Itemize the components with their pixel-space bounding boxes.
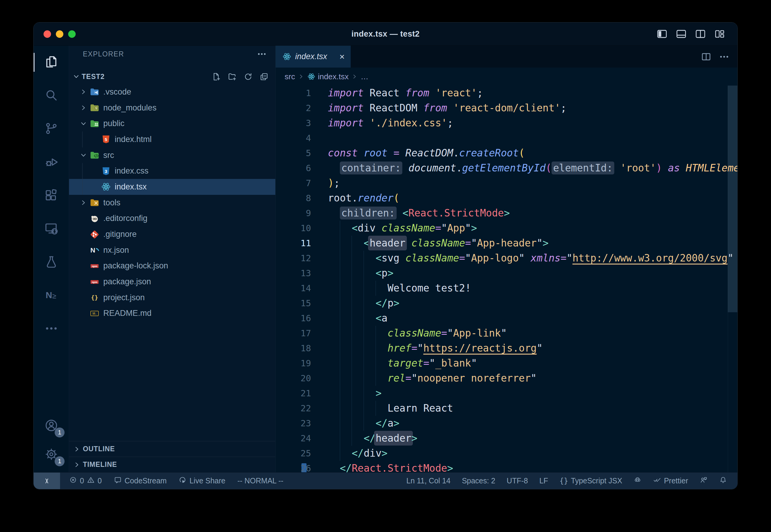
status-feedback[interactable]	[700, 476, 708, 486]
code-line-4[interactable]: 4	[276, 131, 737, 146]
activity-accounts[interactable]: 1	[34, 412, 69, 440]
chevron-right-icon[interactable]	[79, 198, 88, 207]
react-icon	[282, 52, 292, 61]
code-line-8[interactable]: 8root.render(	[276, 191, 737, 206]
tree-item-public[interactable]: public	[69, 116, 275, 131]
split-editor-icon[interactable]	[695, 28, 706, 40]
workspace-section-header[interactable]: TEST2	[69, 69, 275, 84]
code-line-13[interactable]: 13 <p>	[276, 266, 737, 281]
code-line-19[interactable]: 19 target="_blank"	[276, 356, 737, 371]
line-number: 23	[276, 416, 311, 431]
panel-outline[interactable]: OUTLINE	[69, 441, 275, 457]
code-line-20[interactable]: 20 rel="noopener noreferrer"	[276, 371, 737, 386]
code-editor[interactable]: 1import React from 'react';2import React…	[276, 86, 737, 472]
status-encoding[interactable]: UTF-8	[507, 476, 528, 485]
activity-extensions[interactable]	[34, 179, 69, 212]
zoom-window-button[interactable]	[68, 30, 76, 38]
activity-more[interactable]	[34, 312, 69, 346]
code-line-14[interactable]: 14 Welcome test2!	[276, 281, 737, 296]
code-line-25[interactable]: 25 </div>	[276, 446, 737, 461]
panel-timeline[interactable]: TIMELINE	[69, 457, 275, 472]
chevron-right-icon[interactable]	[79, 88, 88, 96]
tree-item-node-modules[interactable]: JSnode_modules	[69, 100, 275, 116]
tree-item-index-tsx[interactable]: index.tsx	[69, 179, 275, 195]
tree-item-package-json[interactable]: npmpackage.json	[69, 274, 275, 290]
tab-index-tsx[interactable]: index.tsx ×	[276, 46, 351, 68]
explorer-more-actions-icon[interactable]	[257, 49, 267, 59]
code-line-15[interactable]: 15 </p>	[276, 296, 737, 311]
tree-item-vscode[interactable]: .vscode	[69, 84, 275, 100]
window-title: index.tsx — test2	[34, 29, 737, 39]
tree-item-nx-json[interactable]: Nnx.json	[69, 242, 275, 258]
chevron-down-icon[interactable]	[79, 151, 88, 159]
status-copilot[interactable]	[633, 476, 642, 486]
activity-testing[interactable]	[34, 246, 69, 279]
tree-item-index-css[interactable]: 3index.css	[69, 163, 275, 179]
code-line-1[interactable]: 1import React from 'react';	[276, 86, 737, 101]
chevron-right-icon	[298, 73, 305, 80]
status-vim-mode[interactable]: -- NORMAL --	[237, 476, 283, 485]
new-folder-icon[interactable]	[228, 72, 237, 81]
tree-item-package-lock-json[interactable]: npmpackage-lock.json	[69, 258, 275, 274]
breadcrumb-item[interactable]: …	[361, 72, 368, 81]
status-live-share[interactable]: Live Share	[179, 476, 225, 486]
tree-item-readme-md[interactable]: M↓README.md	[69, 306, 275, 322]
chevron-right-icon[interactable]	[79, 104, 88, 112]
status-problems[interactable]: 00	[69, 476, 102, 486]
tree-item-src[interactable]: src	[69, 147, 275, 163]
minimize-window-button[interactable]	[56, 30, 63, 38]
tree-item-index-html[interactable]: 5index.html	[69, 131, 275, 147]
code-line-21[interactable]: 21 >	[276, 386, 737, 401]
code-line-12[interactable]: 12 <svg className="App-logo" xmlns="http…	[276, 251, 737, 266]
code-line-24[interactable]: 24 </header>	[276, 431, 737, 446]
status-prettier[interactable]: Prettier	[653, 476, 688, 486]
activity-explorer[interactable]	[34, 46, 69, 79]
code-line-6[interactable]: 6 container: document.getElementById(ele…	[276, 161, 737, 176]
code-line-2[interactable]: 2import ReactDOM from 'react-dom/client'…	[276, 101, 737, 116]
layout-sidebar-left-icon[interactable]	[656, 28, 668, 40]
code-line-5[interactable]: 5const root = ReactDOM.createRoot(	[276, 146, 737, 161]
activity-search[interactable]	[34, 79, 69, 112]
code-line-11[interactable]: 11 <header className="App-header">	[276, 236, 737, 251]
activity-run-debug[interactable]	[34, 146, 69, 179]
code-text: <svg className="App-logo" xmlns="http://…	[328, 251, 733, 266]
layout-grid-icon[interactable]	[714, 28, 725, 40]
status-indentation[interactable]: Spaces: 2	[462, 476, 495, 485]
tree-item-gitignore[interactable]: .gitignore	[69, 226, 275, 242]
code-line-10[interactable]: 10 <div className="App">	[276, 221, 737, 236]
code-line-22[interactable]: 22 Learn React	[276, 401, 737, 416]
status-notifications[interactable]	[719, 476, 727, 486]
refresh-icon[interactable]	[243, 72, 253, 81]
breadcrumb-item[interactable]: index.tsx	[307, 72, 349, 81]
code-line-7[interactable]: 7);	[276, 176, 737, 191]
chevron-down-icon[interactable]	[79, 119, 88, 128]
remote-indicator[interactable]	[34, 473, 60, 489]
breadcrumb-item[interactable]: src	[285, 72, 295, 81]
split-editor-small-icon[interactable]	[701, 51, 712, 62]
layout-panel-icon[interactable]	[676, 28, 687, 40]
code-line-9[interactable]: 9 children: <React.StrictMode>	[276, 206, 737, 221]
tree-item-editorconfig[interactable]: .editorconfig	[69, 211, 275, 227]
tree-item-project-json[interactable]: {}project.json	[69, 290, 275, 306]
ellipsis-icon[interactable]	[719, 51, 730, 62]
activity-remote-explorer[interactable]	[34, 212, 69, 246]
code-line-18[interactable]: 18 href="https://reactjs.org"	[276, 341, 737, 356]
new-file-icon[interactable]	[212, 72, 221, 81]
status-language-mode[interactable]: {}TypeScript JSX	[560, 476, 622, 485]
status-codestream[interactable]: CodeStream	[114, 476, 167, 486]
activity-nx-console[interactable]: N≥	[34, 279, 69, 312]
collapse-all-icon[interactable]	[259, 72, 269, 81]
code-line-17[interactable]: 17 className="App-link"	[276, 326, 737, 341]
code-line-16[interactable]: 16 <a	[276, 311, 737, 326]
close-tab-icon[interactable]: ×	[339, 52, 345, 61]
code-line-26[interactable]: 26 </React.StrictMode>	[276, 461, 737, 472]
close-window-button[interactable]	[44, 30, 51, 38]
tree-item-tools[interactable]: tools	[69, 195, 275, 211]
code-line-3[interactable]: 3import './index.css';	[276, 116, 737, 131]
code-line-23[interactable]: 23 </a>	[276, 416, 737, 431]
line-number: 16	[276, 311, 311, 326]
activity-settings[interactable]: 1	[34, 440, 69, 469]
status-eol[interactable]: LF	[539, 476, 548, 485]
activity-source-control[interactable]	[34, 112, 69, 146]
status-cursor-position[interactable]: Ln 11, Col 14	[407, 476, 451, 485]
